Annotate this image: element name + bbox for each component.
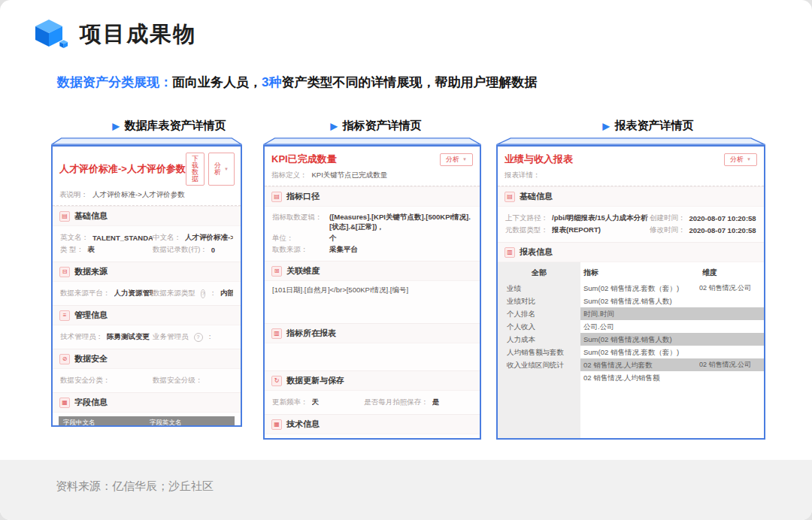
subtitle: 数据资产分类展现：面向业务人员，3种资产类型不同的详情展现，帮助用户理解数据 (57, 74, 537, 91)
metric-caliber-body: 指标取数逻辑：([Measures].[KPI关键节点数].[500KPI情况]… (265, 206, 480, 261)
subtitle-text-a: 面向业务人员， (172, 75, 262, 89)
analyze-dropdown-button[interactable]: 分析▼ (724, 153, 757, 166)
page-title: 项目成果物 (80, 20, 196, 50)
basic-info-body: 上下文路径：/pbi/明细报表/15人力成本分析 创建时间：2020-08-07… (498, 206, 764, 242)
related-dimensions-icon: ⊞ (271, 266, 282, 277)
cube-logo-icon (27, 17, 71, 53)
data-update-icon: ↻ (271, 376, 282, 386)
report-row-label: 业绩 (498, 282, 580, 295)
section-tech-info: ▦ 技术信息 (265, 414, 480, 434)
basic-info-icon: ▤ (59, 211, 70, 222)
caption-table-asset: ▶ 数据库表资产详情页 (112, 119, 226, 133)
tech-info-icon: ▦ (271, 419, 282, 430)
panel-metric-asset: KPI已完成数量 分析▼ 指标定义： KPI关键节点已完成数量 ▤ 指标口径 指… (263, 138, 481, 440)
footer-band: 资料来源：亿信华辰；沙丘社区 (0, 460, 812, 520)
caption-report-asset: ▶ 报表资产详情页 (602, 119, 693, 133)
report-row-metric: 时间.时间 (580, 307, 699, 320)
section-basic-info: ▤ 基础信息 (53, 206, 241, 225)
caption-metric-asset: ▶ 指标资产详情页 (330, 119, 421, 133)
report-row-metric: Sum(02 销售情况.套数（套）) (580, 282, 699, 295)
section-manage-info: ≡ 管理信息 (53, 305, 241, 325)
basic-info-body: 英文名：TALENT_STANDARDPARAM 中文名：人才评价标准->人才评… (53, 225, 241, 262)
panel-title-bar: KPI已完成数量 分析▼ (265, 147, 480, 168)
table-description: 表说明： 人才评价标准->人才评价参数 (53, 188, 241, 206)
panel-title-bar: 业绩与收入报表 分析▼ (498, 147, 764, 168)
asset-title: 人才评价标准->人才评价参数 (59, 162, 186, 176)
section-data-security: ⊘ 数据安全 (53, 349, 241, 368)
section-basic-info: ▤ 基础信息 (498, 186, 764, 206)
report-row-dimension (699, 320, 764, 333)
info-icon: ? (194, 333, 203, 342)
analyze-dropdown-button[interactable]: 分析▼ (208, 153, 235, 186)
panel-report-asset: 业绩与收入报表 分析▼ 报表详情： ▤ 基础信息 上下文路径：/pbi/明细报表… (496, 138, 765, 440)
metric-reports-body (265, 343, 480, 370)
report-row-label: 个人排名 (498, 307, 580, 320)
asset-title: KPI已完成数量 (271, 153, 337, 166)
report-row-label: 业绩对比 (498, 295, 580, 307)
arrow-icon: ▶ (330, 122, 337, 131)
report-table-col-dim: 维度 (699, 262, 764, 282)
report-row-label: 个人收入 (498, 320, 580, 333)
download-data-button[interactable]: 下载数据 (186, 153, 205, 186)
report-row-dimension (699, 371, 764, 384)
slide: 项目成果物 数据资产分类展现：面向业务人员，3种资产类型不同的详情展现，帮助用户… (0, 0, 812, 520)
report-row-label: 人力成本 (498, 333, 580, 346)
data-update-body: 更新频率：天 是否每月拍照保存：是 (265, 390, 480, 414)
panel-3d-lid (51, 138, 242, 145)
report-detail: 报表详情： (498, 168, 764, 186)
field-table-header: 字段中文名 字段英文名 (59, 416, 235, 427)
report-table: 全部 指标 维度 业绩 Sum(02 销售情况.套数（套）) 02 销售情况.公… (498, 262, 764, 438)
report-row-metric: Sum(02 销售情况.销售人数) (580, 295, 699, 307)
caption-label: 报表资产详情页 (615, 119, 694, 133)
report-row-metric: 公司.公司 (580, 320, 699, 333)
data-security-body: 数据安全分类： 数据安全分级： (53, 368, 241, 392)
metric-caliber-icon: ▤ (271, 192, 282, 202)
chevron-down-icon: ▼ (462, 157, 467, 162)
info-icon: ? (201, 289, 205, 298)
subtitle-head: 数据资产分类展现： (57, 75, 172, 89)
asset-title: 业绩与收入报表 (504, 153, 573, 166)
report-row-dimension: 02 销售情况.公司 (699, 358, 764, 371)
caption-label: 指标资产详情页 (343, 119, 422, 133)
subtitle-text-b: 资产类型不同的详情展现，帮助用户理解数据 (281, 75, 537, 89)
section-data-source: ⊟ 数据来源 (53, 262, 241, 281)
panel-title-bar: 人才评价标准->人才评价参数 下载数据 分析▼ (53, 147, 241, 188)
report-table-col-all: 全部 (498, 262, 580, 282)
chevron-down-icon: ▼ (224, 167, 229, 171)
manage-info-body: 技术管理员：陈勇测试变更 业务管理员?： (53, 325, 241, 349)
report-row-dimension (699, 307, 764, 320)
metric-reports-icon: ▥ (271, 328, 282, 339)
data-source-body: 数据来源平台：人力资源管理系统 数据来源类型?：内部数据 (53, 281, 241, 305)
section-metric-caliber: ▤ 指标口径 (265, 186, 480, 206)
section-data-update: ↻ 数据更新与保存 (265, 370, 480, 390)
related-dimensions-body: [101日期].[自然月]</br>[500KPI情况].[编号] (265, 280, 480, 323)
data-source-icon: ⊟ (59, 267, 70, 277)
chevron-down-icon: ▼ (747, 157, 751, 162)
report-row-label: 人均销售额与套数 (498, 346, 580, 358)
data-security-icon: ⊘ (59, 354, 70, 364)
arrow-icon: ▶ (112, 122, 119, 131)
analyze-dropdown-button[interactable]: 分析▼ (440, 153, 473, 166)
panel-3d-lid (496, 138, 765, 145)
basic-info-icon: ▤ (504, 192, 515, 202)
report-table-col-metric: 指标 (580, 262, 699, 282)
report-row-label: 收入业绩区间统计 (498, 358, 580, 371)
section-related-dimensions: ⊞ 关联维度 (265, 261, 480, 280)
field-table: 字段中文名 字段英文名 对应职级 创建时间 (53, 412, 241, 427)
report-row-dimension (699, 346, 764, 358)
source-note: 资料来源：亿信华辰；沙丘社区 (56, 479, 214, 494)
section-field-info: ▦ 字段信息 (53, 392, 241, 412)
report-row-dimension (699, 295, 764, 307)
report-row-metric: 02 销售情况.人均销售额 (580, 371, 699, 384)
metric-definition: 指标定义： KPI关键节点已完成数量 (265, 168, 480, 186)
report-row-label (498, 371, 580, 384)
report-row-metric: 02 销售情况.人均套数 (580, 358, 699, 371)
manage-info-icon: ≡ (59, 310, 70, 321)
section-report-info: ▥ 报表信息 (498, 242, 764, 262)
arrow-icon: ▶ (602, 122, 609, 131)
report-info-icon: ▥ (504, 247, 515, 258)
field-info-icon: ▦ (59, 398, 70, 408)
report-row-metric: Sum(02 销售情况.套数（套）) (580, 346, 699, 358)
subtitle-highlight: 3种 (262, 75, 281, 89)
slide-header: 项目成果物 (27, 17, 196, 53)
